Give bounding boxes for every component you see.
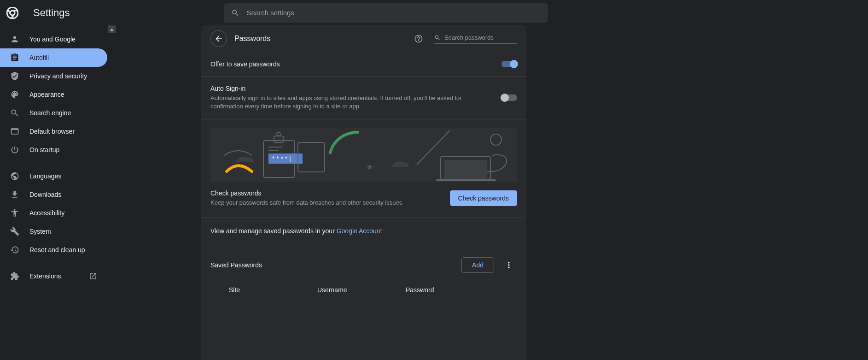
check-passwords-title: Check passwords (210, 189, 441, 197)
accessibility-icon (10, 208, 19, 218)
sidebar-item-search-engine[interactable]: Search engine (0, 104, 107, 122)
open-in-new-icon (89, 272, 97, 280)
offer-save-toggle[interactable] (501, 61, 517, 67)
restore-icon (10, 245, 19, 254)
saved-passwords-heading: Saved Passwords (210, 261, 455, 269)
scrollbar-up-button[interactable]: ▲ (108, 25, 116, 33)
browser-icon (10, 127, 19, 136)
svg-text:* * * * |: * * * * | (272, 155, 291, 162)
search-settings-field[interactable] (224, 3, 548, 23)
password-check-illustration: * * * * | * (210, 128, 517, 182)
offer-save-passwords-row: Offer to save passwords (201, 52, 526, 76)
sidebar-item-label: Extensions (29, 272, 76, 280)
manage-in-account-line: View and manage saved passwords in your … (201, 218, 526, 244)
check-passwords-sub: Keep your passwords safe from data breac… (210, 199, 441, 207)
saved-passwords-table-header: Site Username Password (201, 280, 526, 300)
check-passwords-row: Check passwords Keep your passwords safe… (201, 182, 526, 217)
help-button[interactable] (410, 30, 427, 47)
sidebar-divider (0, 163, 108, 163)
column-username: Username (317, 286, 406, 294)
google-account-link[interactable]: Google Account (337, 227, 382, 235)
back-button[interactable] (210, 30, 227, 47)
sidebar-item-label: Autofill (29, 54, 97, 61)
globe-icon (10, 171, 19, 181)
sidebar-item-label: Downloads (29, 191, 97, 198)
search-icon (434, 34, 441, 41)
help-icon (414, 34, 423, 43)
extension-icon (10, 271, 19, 281)
sidebar-item-autofill[interactable]: Autofill (0, 48, 107, 67)
shield-icon (10, 71, 19, 81)
check-passwords-button[interactable]: Check passwords (450, 190, 518, 206)
search-passwords-field[interactable] (434, 34, 517, 44)
sidebar-item-reset-cleanup[interactable]: Reset and clean up (0, 241, 107, 259)
power-icon (10, 145, 19, 154)
more-actions-button[interactable] (501, 257, 517, 273)
sidebar-item-label: Languages (29, 172, 97, 180)
palette-icon (10, 90, 19, 99)
auto-signin-sub: Automatically sign in to sites and apps … (210, 94, 492, 111)
auto-signin-title: Auto Sign-in (210, 85, 492, 92)
page-title: Passwords (234, 35, 403, 43)
sidebar-item-label: Search engine (29, 109, 97, 117)
sidebar-item-label: Accessibility (29, 209, 97, 217)
sidebar-item-label: System (29, 228, 97, 235)
chrome-logo-icon (6, 7, 18, 19)
passwords-panel: Passwords Offer to save passwords Auto S… (201, 25, 526, 360)
sidebar-item-privacy-security[interactable]: Privacy and security (0, 67, 107, 85)
sidebar-item-label: On startup (29, 146, 97, 153)
sidebar-item-on-startup[interactable]: On startup (0, 141, 107, 159)
wrench-icon (10, 227, 19, 236)
sidebar-item-label: Reset and clean up (29, 246, 97, 254)
search-settings-input[interactable] (247, 9, 541, 17)
offer-save-title: Offer to save passwords (210, 60, 492, 68)
clipboard-icon (10, 53, 19, 62)
sidebar-item-label: Default browser (29, 128, 97, 135)
sidebar-item-default-browser[interactable]: Default browser (0, 122, 107, 141)
person-icon (10, 35, 19, 44)
column-password: Password (406, 286, 517, 294)
sidebar-item-accessibility[interactable]: Accessibility (0, 204, 107, 222)
sidebar: You and Google Autofill Privacy and secu… (0, 25, 108, 360)
manage-prefix: View and manage saved passwords in your (210, 227, 337, 235)
auto-signin-toggle[interactable] (501, 94, 517, 101)
more-vert-icon (504, 260, 513, 270)
sidebar-item-appearance[interactable]: Appearance (0, 85, 107, 104)
download-icon (10, 190, 19, 199)
sidebar-item-extensions[interactable]: Extensions (0, 267, 107, 285)
sidebar-item-languages[interactable]: Languages (0, 167, 107, 185)
add-password-button[interactable]: Add (461, 257, 494, 273)
svg-text:*: * (367, 161, 373, 177)
column-site: Site (229, 286, 317, 294)
auto-signin-row: Auto Sign-in Automatically sign in to si… (201, 76, 526, 119)
search-icon (10, 108, 19, 118)
sidebar-item-label: Privacy and security (29, 72, 97, 80)
sidebar-item-label: You and Google (29, 35, 97, 43)
sidebar-item-system[interactable]: System (0, 222, 107, 241)
svg-rect-16 (444, 160, 487, 179)
sidebar-item-you-and-google[interactable]: You and Google (0, 30, 107, 48)
app-title: Settings (33, 7, 70, 19)
arrow-back-icon (214, 34, 223, 43)
sidebar-item-downloads[interactable]: Downloads (0, 185, 107, 204)
search-icon (231, 9, 239, 17)
sidebar-divider (0, 263, 108, 263)
sidebar-item-label: Appearance (29, 91, 97, 98)
search-passwords-input[interactable] (444, 34, 517, 41)
